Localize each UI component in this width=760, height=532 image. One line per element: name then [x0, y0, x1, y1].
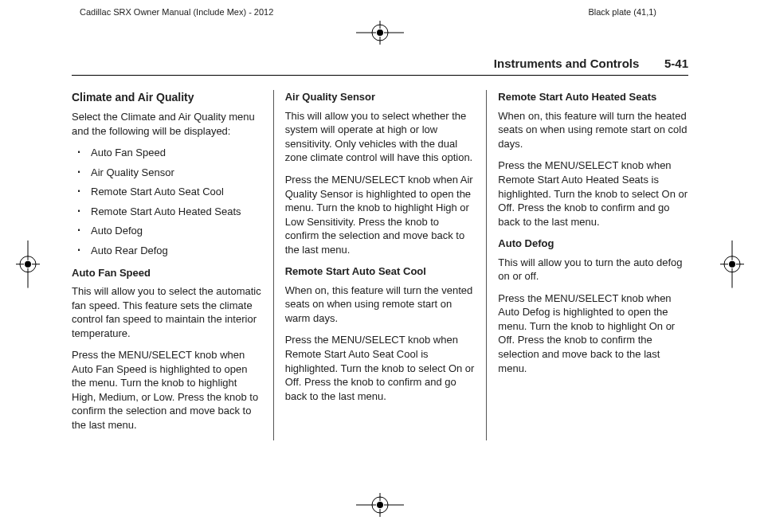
list-item: Auto Defog — [72, 224, 262, 238]
body-paragraph: Press the MENU/SELECT knob when Remote S… — [498, 158, 688, 229]
body-paragraph: Press the MENU/SELECT knob when Remote S… — [285, 333, 476, 403]
menu-items-list: Auto Fan Speed Air Quality Sensor Remote… — [72, 146, 262, 257]
subheading-auto-fan-speed: Auto Fan Speed — [72, 266, 262, 280]
crop-mark-left-icon — [16, 241, 40, 292]
svg-point-4 — [377, 29, 383, 36]
subheading-auto-defog: Auto Defog — [498, 237, 688, 251]
plate-info: Black plate (41,1) — [588, 6, 656, 18]
list-item: Remote Start Auto Heated Seats — [72, 205, 262, 219]
subheading-air-quality-sensor: Air Quality Sensor — [285, 90, 476, 104]
svg-point-10 — [377, 502, 383, 508]
body-paragraph: Press the MENU/SELECT knob when Air Qual… — [285, 173, 476, 256]
svg-point-16 — [25, 261, 31, 268]
column-2: Air Quality Sensor This will allow you t… — [273, 90, 487, 440]
list-item: Air Quality Sensor — [72, 166, 262, 180]
list-item: Auto Rear Defog — [72, 244, 262, 258]
body-paragraph: This will allow you to select the automa… — [72, 284, 262, 340]
body-paragraph: This will allow you to turn the auto def… — [498, 256, 688, 284]
subheading-remote-heated-seats: Remote Start Auto Heated Seats — [498, 90, 688, 104]
page-number: 5-41 — [664, 57, 688, 70]
body-paragraph: When on, this feature will turn the heat… — [498, 109, 688, 151]
list-item: Auto Fan Speed — [72, 146, 262, 160]
page-header: Instruments and Controls 5-41 — [72, 56, 688, 76]
body-paragraph: This will allow you to select whether th… — [285, 109, 476, 165]
crop-mark-top-icon — [356, 21, 404, 49]
body-paragraph: Press the MENU/SELECT knob when Auto Fan… — [72, 348, 262, 432]
page-content: Instruments and Controls 5-41 Climate an… — [72, 56, 688, 492]
svg-point-22 — [729, 261, 735, 268]
column-1: Climate and Air Quality Select the Clima… — [72, 90, 273, 440]
crop-mark-right-icon — [720, 241, 744, 292]
column-3: Remote Start Auto Heated Seats When on, … — [486, 90, 688, 440]
manual-title: Cadillac SRX Owner Manual (Include Mex) … — [80, 6, 273, 18]
crop-mark-bottom-icon — [356, 493, 404, 521]
intro-paragraph: Select the Climate and Air Quality menu … — [72, 110, 262, 138]
chapter-title: Instruments and Controls — [494, 57, 640, 70]
body-paragraph: Press the MENU/SELECT knob when Auto Def… — [498, 291, 688, 375]
subheading-remote-seat-cool: Remote Start Auto Seat Cool — [285, 264, 476, 279]
section-heading-climate: Climate and Air Quality — [72, 90, 262, 105]
list-item: Remote Start Auto Seat Cool — [72, 185, 262, 199]
content-columns: Climate and Air Quality Select the Clima… — [72, 90, 688, 440]
body-paragraph: When on, this feature will turn the vent… — [285, 284, 476, 326]
